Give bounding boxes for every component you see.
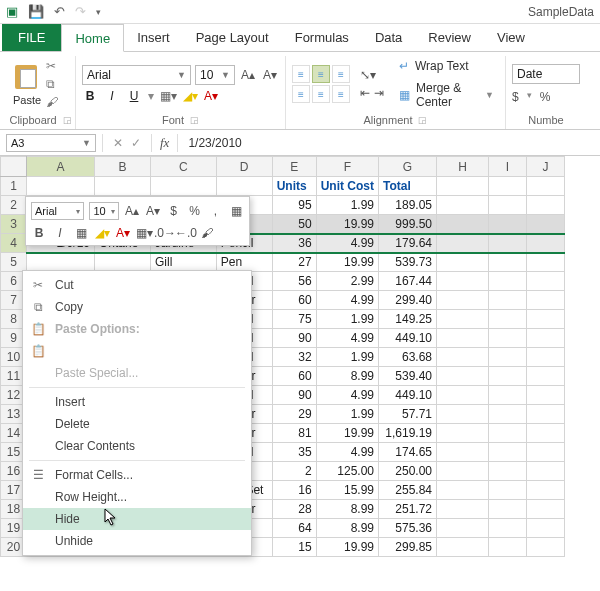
bold-button[interactable]: B	[82, 89, 98, 103]
alignment-dialog-icon[interactable]: ◲	[418, 115, 427, 125]
mini-fill-icon[interactable]: ◢▾	[94, 225, 110, 241]
cell[interactable]	[27, 253, 95, 272]
cell[interactable]	[527, 291, 565, 310]
save-icon[interactable]: 💾	[28, 4, 44, 19]
cell[interactable]	[489, 443, 527, 462]
cell[interactable]: 4.99	[316, 234, 378, 253]
cell[interactable]: 4.99	[316, 329, 378, 348]
cell[interactable]	[527, 272, 565, 291]
cell[interactable]: Total	[379, 177, 437, 196]
underline-menu-icon[interactable]: ▾	[148, 89, 154, 103]
cell[interactable]	[437, 234, 489, 253]
cell[interactable]: 179.64	[379, 234, 437, 253]
cell[interactable]: 174.65	[379, 443, 437, 462]
cell[interactable]: 60	[272, 291, 316, 310]
cell[interactable]	[527, 234, 565, 253]
cell[interactable]	[489, 272, 527, 291]
menu-insert[interactable]: Insert	[23, 391, 251, 413]
cell[interactable]	[527, 500, 565, 519]
mini-grow-font-icon[interactable]: A▴	[124, 203, 140, 219]
col-header-J[interactable]: J	[527, 157, 565, 177]
menu-format-cells[interactable]: ☰Format Cells...	[23, 464, 251, 486]
cell[interactable]: 36	[272, 234, 316, 253]
cell[interactable]: 2.99	[316, 272, 378, 291]
cell[interactable]: Unit Cost	[316, 177, 378, 196]
col-header-G[interactable]: G	[379, 157, 437, 177]
cell[interactable]	[437, 386, 489, 405]
cell[interactable]	[95, 253, 151, 272]
cell[interactable]	[489, 386, 527, 405]
menu-clear-contents[interactable]: Clear Contents	[23, 435, 251, 457]
col-header-I[interactable]: I	[489, 157, 527, 177]
cell[interactable]	[527, 405, 565, 424]
mini-format-painter-icon[interactable]: 🖌	[199, 225, 215, 241]
col-header-D[interactable]: D	[216, 157, 272, 177]
cell[interactable]	[437, 405, 489, 424]
italic-button[interactable]: I	[104, 89, 120, 103]
cell[interactable]: 1.99	[316, 405, 378, 424]
font-size-select[interactable]: 10▼	[195, 65, 235, 85]
cell[interactable]: 16	[272, 481, 316, 500]
cell[interactable]	[527, 348, 565, 367]
cell[interactable]: 19.99	[316, 538, 378, 557]
tab-insert[interactable]: Insert	[124, 24, 183, 51]
cell[interactable]: 29	[272, 405, 316, 424]
decrease-font-icon[interactable]: A▾	[261, 66, 279, 84]
mini-inc-decimal-icon[interactable]: .0→	[157, 225, 173, 241]
cell[interactable]	[489, 215, 527, 234]
col-header-F[interactable]: F	[316, 157, 378, 177]
cell[interactable]: 60	[272, 367, 316, 386]
cell[interactable]: 2	[272, 462, 316, 481]
cell[interactable]: 251.72	[379, 500, 437, 519]
tab-review[interactable]: Review	[415, 24, 484, 51]
row-header[interactable]: 5	[1, 253, 27, 272]
cell[interactable]	[489, 538, 527, 557]
cell[interactable]: 8.99	[316, 500, 378, 519]
menu-cut[interactable]: ✂Cut	[23, 274, 251, 296]
mini-borders-icon[interactable]: ▦▾	[136, 225, 152, 241]
cell[interactable]: 449.10	[379, 329, 437, 348]
cell[interactable]	[489, 253, 527, 272]
orientation-icon[interactable]: ⤡▾	[360, 68, 384, 82]
cell[interactable]: 575.36	[379, 519, 437, 538]
cell[interactable]	[437, 215, 489, 234]
cell[interactable]	[527, 462, 565, 481]
cell[interactable]	[527, 329, 565, 348]
increase-indent-icon[interactable]: ⇥	[374, 86, 384, 100]
cell[interactable]: 1.99	[316, 196, 378, 215]
cell[interactable]: 75	[272, 310, 316, 329]
row-header[interactable]: 4	[1, 234, 27, 253]
cell[interactable]: 56	[272, 272, 316, 291]
cell[interactable]	[489, 424, 527, 443]
cell[interactable]: 35	[272, 443, 316, 462]
cell[interactable]	[527, 310, 565, 329]
mini-percent-icon[interactable]: %	[187, 203, 203, 219]
mini-comma-icon[interactable]: ,	[207, 203, 223, 219]
underline-button[interactable]: U	[126, 89, 142, 103]
qat-customize-icon[interactable]: ▾	[96, 7, 101, 17]
cell[interactable]	[437, 519, 489, 538]
menu-copy[interactable]: ⧉Copy	[23, 296, 251, 318]
cell[interactable]: 539.73	[379, 253, 437, 272]
cancel-icon[interactable]: ✕	[113, 136, 123, 150]
cell[interactable]	[489, 405, 527, 424]
cell[interactable]	[437, 424, 489, 443]
cell[interactable]	[527, 519, 565, 538]
cell[interactable]	[437, 367, 489, 386]
cell[interactable]	[437, 348, 489, 367]
cell[interactable]: 64	[272, 519, 316, 538]
cell[interactable]: 189.05	[379, 196, 437, 215]
cell[interactable]	[489, 291, 527, 310]
cell[interactable]: 299.85	[379, 538, 437, 557]
tab-page-layout[interactable]: Page Layout	[183, 24, 282, 51]
cell[interactable]: 255.84	[379, 481, 437, 500]
cell[interactable]	[489, 481, 527, 500]
cell[interactable]: 4.99	[316, 291, 378, 310]
cell[interactable]: 999.50	[379, 215, 437, 234]
cell[interactable]	[527, 196, 565, 215]
cell[interactable]	[527, 367, 565, 386]
cell[interactable]: 15	[272, 538, 316, 557]
cell[interactable]: 63.68	[379, 348, 437, 367]
cell[interactable]	[437, 538, 489, 557]
cell[interactable]	[489, 196, 527, 215]
